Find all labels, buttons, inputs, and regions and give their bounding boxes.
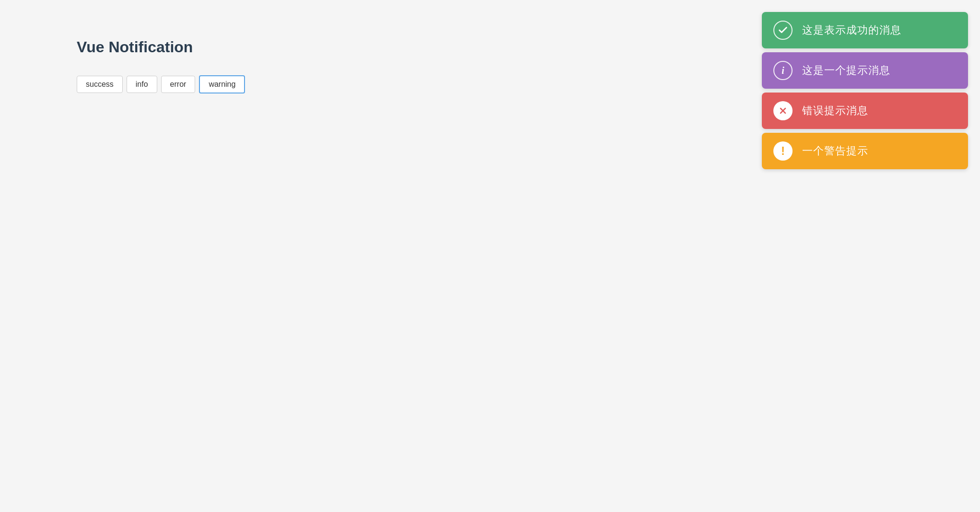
btn-warning[interactable]: warning [199,75,245,93]
btn-error[interactable]: error [161,76,196,93]
info-icon: i [773,61,793,80]
notification-success: 这是表示成功的消息 [762,12,968,48]
notification-error-text: 错误提示消息 [802,104,957,118]
notification-warning-text: 一个警告提示 [802,144,957,158]
notification-success-text: 这是表示成功的消息 [802,23,957,37]
notification-error: 错误提示消息 [762,93,968,129]
notification-info-text: 这是一个提示消息 [802,63,957,78]
warning-icon: ! [773,141,793,161]
btn-info[interactable]: info [127,76,157,93]
notifications-panel: 这是表示成功的消息 i 这是一个提示消息 错误提示消息 ! 一个警告提示 [762,12,968,169]
notification-info: i 这是一个提示消息 [762,52,968,89]
btn-success[interactable]: success [77,76,123,93]
notification-warning: ! 一个警告提示 [762,133,968,169]
error-icon [773,101,793,120]
success-icon [773,21,793,40]
